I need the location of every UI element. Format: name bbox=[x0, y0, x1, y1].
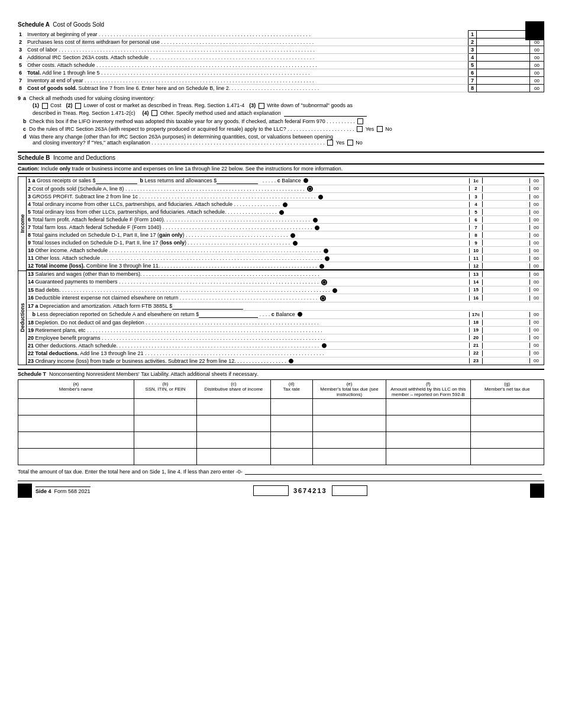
checkbox-lifo[interactable] bbox=[357, 118, 363, 124]
filled-dot-17c bbox=[298, 312, 302, 317]
sched-a-row-5: 5 Other costs. Attach schedule . . . . .… bbox=[18, 62, 544, 69]
checkbox-263a-yes[interactable] bbox=[357, 126, 363, 132]
sched-a-line9: 9 a Check all methods used for valuing c… bbox=[18, 92, 544, 147]
sched-b-row-3: 3 GROSS PROFIT. Subtract line 2 from lin… bbox=[27, 193, 544, 201]
circle-dot-14 bbox=[321, 279, 327, 285]
filled-dot-12 bbox=[319, 264, 324, 269]
sched-b-row-23: 23 Ordinary income (loss) from trade or … bbox=[27, 357, 544, 365]
caution-text: Caution: Include only trade or business … bbox=[18, 163, 544, 174]
total-tax-underline bbox=[245, 474, 542, 475]
footer-left: Side 4 Form 568 2021 bbox=[18, 484, 91, 498]
filled-dot-6 bbox=[313, 218, 318, 223]
col-f-header: (f) Amount withheld by this LLC on this … bbox=[386, 379, 470, 398]
col-c-header: (c) Distributive share of income bbox=[197, 379, 270, 398]
sched-a-row-2: 2 Purchases less cost of items withdrawn… bbox=[18, 38, 544, 46]
schedule-a-title: Schedule A Cost of Goods Sold bbox=[18, 21, 544, 28]
sched-b-row-8: 8 Total gains included on Schedule D-1, … bbox=[27, 231, 544, 239]
schedule-b-title: Schedule B Income and Deductions bbox=[18, 152, 544, 161]
checkbox-other[interactable] bbox=[151, 110, 157, 116]
filled-dot-4 bbox=[283, 202, 288, 207]
sched-b-row-1a: 1 a Gross receipts or sales $ b Less ret… bbox=[27, 177, 544, 185]
checkbox-change-no[interactable] bbox=[347, 140, 353, 146]
schedule-t-row-4 bbox=[18, 448, 544, 465]
checkbox-lower[interactable] bbox=[75, 103, 81, 109]
filled-dot-3 bbox=[318, 195, 323, 199]
sched-b-row-5: 5 Total ordinary loss from other LLCs, p… bbox=[27, 208, 544, 216]
sched-b-row-4: 4 Total ordinary income from other LLCs,… bbox=[27, 201, 544, 208]
filled-dot-8 bbox=[290, 233, 295, 238]
checkbox-change-yes[interactable] bbox=[327, 140, 333, 146]
sched-b-row-22: 22 Total deductions. Add line 13 through… bbox=[27, 350, 544, 357]
filled-dot-15 bbox=[332, 288, 337, 293]
barcode-number: 3674213 bbox=[293, 487, 327, 494]
sched-b-row-9: 9 Total losses included on Schedule D-1,… bbox=[27, 239, 544, 247]
sched-b-row-6: 6 Total farm profit. Attach federal Sche… bbox=[27, 216, 544, 224]
sched-a-row-7: 7 Inventory at end of year . . . . . . .… bbox=[18, 77, 544, 85]
sched-b-row-12: 12 Total income (loss). Combine line 3 t… bbox=[27, 262, 544, 270]
filled-dot-21 bbox=[322, 343, 327, 348]
schedule-b-lines: 1 a Gross receipts or sales $ b Less ret… bbox=[27, 177, 544, 365]
barcode-box-left bbox=[253, 485, 289, 496]
sched-b-row-15: 15 Bad debts. . . . . . . . . . . . . . … bbox=[27, 286, 544, 294]
barcode-box-right bbox=[332, 485, 367, 496]
footer-side-label: Side 4 Form 568 2021 bbox=[35, 487, 91, 494]
sched-b-row-19: 19 Retirement plans, etc . . . . . . . .… bbox=[27, 327, 544, 334]
footer: Side 4 Form 568 2021 3674213 bbox=[18, 481, 544, 498]
filled-dot-11 bbox=[325, 256, 330, 261]
sched-b-row-17b: b Less depreciation reported on Schedule… bbox=[27, 311, 544, 319]
checkbox-writedown[interactable] bbox=[259, 103, 264, 109]
vertical-labels: Income Deductions bbox=[18, 177, 27, 365]
footer-black-box-right bbox=[530, 484, 544, 498]
schedule-t-header: (a) Member's name (b) SSN, ITIN, or FEIN… bbox=[18, 379, 544, 398]
sched-a-row-1: 1 Inventory at beginning of year . . . .… bbox=[18, 31, 544, 38]
sched-b-row-7: 7 Total farm loss. Attach federal Schedu… bbox=[27, 224, 544, 231]
filled-dot-9 bbox=[293, 241, 298, 246]
filled-dot-1c bbox=[303, 178, 308, 183]
sched-b-row-16: 16 Deductible interest expense not claim… bbox=[27, 294, 544, 302]
sched-b-row-17a: 17 a Depreciation and amortization. Atta… bbox=[27, 302, 544, 311]
footer-center: 3674213 bbox=[253, 485, 367, 496]
deductions-vert-label: Deductions bbox=[18, 271, 26, 365]
sched-a-row-6: 6 Total. Add line 1 through line 5 . . .… bbox=[18, 69, 544, 77]
sched-b-row-11: 11 Other loss. Attach schedule . . . . .… bbox=[27, 255, 544, 262]
schedule-t-row-2 bbox=[18, 415, 544, 431]
sched-a-row-3: 3 Cost of labor . . . . . . . . . . . . … bbox=[18, 46, 544, 54]
filled-dot-10 bbox=[324, 249, 328, 253]
col-b-header: (b) SSN, ITIN, or FEIN bbox=[134, 379, 197, 398]
schedule-b-table: Income Deductions 1 a Gross receipts or … bbox=[18, 176, 544, 365]
income-vert-label: Income bbox=[18, 177, 26, 271]
schedule-t-row-1 bbox=[18, 398, 544, 415]
circle-dot-16 bbox=[320, 295, 326, 301]
filled-dot-23 bbox=[289, 359, 293, 363]
col-a-header: (a) Member's name bbox=[18, 379, 134, 398]
col-e-header: (e) Member's total tax due (see instruct… bbox=[312, 379, 386, 398]
sched-b-row-18: 18 Depletion. Do not deduct oil and gas … bbox=[27, 319, 544, 327]
checkbox-cost[interactable] bbox=[42, 103, 48, 109]
sched-b-row-13: 13 Salaries and wages (other than to mem… bbox=[27, 270, 544, 278]
filled-dot-7 bbox=[315, 226, 319, 230]
top-black-box bbox=[525, 21, 544, 40]
total-tax-line: Total the amount of tax due. Enter the t… bbox=[18, 469, 544, 475]
col-d-header: (d) Tax rate bbox=[270, 379, 312, 398]
sched-b-row-10: 10 Other income. Attach schedule . . . .… bbox=[27, 247, 544, 255]
schedule-a-table: 1 Inventory at beginning of year . . . .… bbox=[18, 30, 544, 92]
footer-black-box-left bbox=[18, 484, 32, 498]
schedule-t-row-3 bbox=[18, 431, 544, 448]
sched-b-row-21: 21 Other deductions. Attach schedule. . … bbox=[27, 342, 544, 350]
sched-b-row-20: 20 Employee benefit programs . . . . . .… bbox=[27, 334, 544, 342]
checkbox-263a-no[interactable] bbox=[377, 126, 383, 132]
schedule-t-title: Schedule T Nonconsenting Nonresident Mem… bbox=[18, 369, 544, 377]
sched-b-row-14: 14 Guaranteed payments to members . . . … bbox=[27, 278, 544, 286]
sched-b-row-2: 2 Cost of goods sold (Schedule A, line 8… bbox=[27, 185, 544, 194]
col-g-header: (g) Member's net tax due bbox=[470, 379, 544, 398]
sched-a-row-8: 8 Cost of goods sold. Subtract line 7 fr… bbox=[18, 85, 544, 92]
page-container: Schedule A Cost of Goods Sold 1 Inventor… bbox=[18, 21, 544, 498]
circle-dot-2 bbox=[307, 186, 313, 192]
sched-a-row-4: 4 Additional IRC Section 263A costs. Att… bbox=[18, 54, 544, 62]
filled-dot-5 bbox=[279, 210, 284, 215]
schedule-t-table: (a) Member's name (b) SSN, ITIN, or FEIN… bbox=[18, 379, 544, 465]
